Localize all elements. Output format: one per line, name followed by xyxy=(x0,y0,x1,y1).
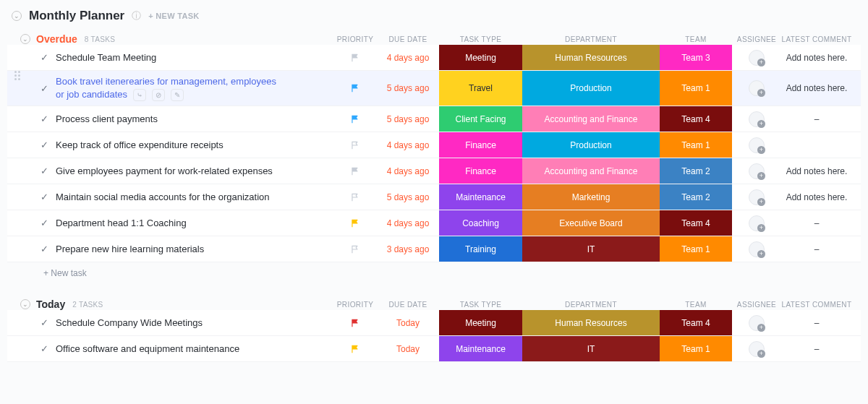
department-cell[interactable]: Executive Board xyxy=(522,210,660,236)
team-cell[interactable]: Team 1 xyxy=(660,71,732,106)
col-latest-comment[interactable]: LATEST COMMENT xyxy=(781,35,852,43)
department-cell[interactable]: IT xyxy=(522,336,660,361)
team-cell[interactable]: Team 2 xyxy=(660,184,732,210)
due-date-cell[interactable]: 4 days ago xyxy=(377,45,439,70)
collapse-page-icon[interactable]: ⌄ xyxy=(12,11,22,21)
team-cell[interactable]: Team 3 xyxy=(660,45,732,70)
task-row[interactable]: ✓ Book travel itenerearies for managemen… xyxy=(7,71,861,106)
task-row[interactable]: ✓ Maintain social media accounts for the… xyxy=(7,184,861,210)
latest-comment-cell[interactable]: Add notes here. xyxy=(781,45,852,70)
check-icon[interactable]: ✓ xyxy=(41,166,48,176)
task-type-cell[interactable]: Client Facing xyxy=(439,106,522,132)
task-type-cell[interactable]: Maintenance xyxy=(439,336,522,361)
assignee-avatar-icon[interactable] xyxy=(749,189,765,205)
assignee-cell[interactable] xyxy=(732,45,781,70)
tag-icon[interactable]: ⊘ xyxy=(152,89,165,102)
assignee-avatar-icon[interactable] xyxy=(749,137,765,153)
priority-cell[interactable] xyxy=(333,310,377,335)
col-team[interactable]: TEAM xyxy=(660,301,732,309)
col-task-type[interactable]: TASK TYPE xyxy=(439,301,522,309)
priority-cell[interactable] xyxy=(333,106,377,132)
check-icon[interactable]: ✓ xyxy=(41,244,48,254)
task-type-cell[interactable]: Finance xyxy=(439,158,522,184)
latest-comment-cell[interactable]: Add notes here. xyxy=(781,184,852,210)
team-cell[interactable]: Team 4 xyxy=(660,106,732,132)
new-task-button-top[interactable]: + NEW TASK xyxy=(148,12,199,20)
department-cell[interactable]: Human Resources xyxy=(522,45,660,70)
task-name[interactable]: Schedule Company Wide Meetings xyxy=(56,312,203,334)
subtask-icon[interactable]: ⤷ xyxy=(133,89,146,102)
priority-flag-icon[interactable] xyxy=(350,244,360,254)
task-type-cell[interactable]: Coaching xyxy=(439,210,522,236)
due-date-cell[interactable]: 4 days ago xyxy=(377,158,439,184)
priority-flag-icon[interactable] xyxy=(350,344,360,354)
new-task-row[interactable]: + New task xyxy=(7,262,861,284)
priority-cell[interactable] xyxy=(333,184,377,210)
assignee-avatar-icon[interactable] xyxy=(749,80,765,96)
latest-comment-cell[interactable] xyxy=(781,132,852,158)
due-date-cell[interactable]: 4 days ago xyxy=(377,132,439,158)
group-title[interactable]: Overdue xyxy=(36,33,77,45)
department-cell[interactable]: Accounting and Finance xyxy=(522,106,660,132)
col-department[interactable]: DEPARTMENT xyxy=(522,301,660,309)
assignee-cell[interactable] xyxy=(732,132,781,158)
priority-cell[interactable] xyxy=(333,236,377,262)
task-row[interactable]: ✓ Schedule Company Wide Meetings Today M… xyxy=(7,310,861,336)
due-date-cell[interactable]: Today xyxy=(377,336,439,361)
task-row[interactable]: ✓ Department head 1:1 Coaching 4 days ag… xyxy=(7,210,861,236)
collapse-group-icon[interactable]: ⌄ xyxy=(20,299,30,309)
check-icon[interactable]: ✓ xyxy=(41,113,48,124)
assignee-cell[interactable] xyxy=(732,184,781,210)
team-cell[interactable]: Team 1 xyxy=(660,336,732,361)
task-type-cell[interactable]: Meeting xyxy=(439,310,522,335)
assignee-avatar-icon[interactable] xyxy=(749,50,765,66)
check-icon[interactable]: ✓ xyxy=(41,218,48,228)
due-date-cell[interactable]: 5 days ago xyxy=(377,71,439,106)
team-cell[interactable]: Team 2 xyxy=(660,158,732,184)
info-icon[interactable]: ⓘ xyxy=(132,9,141,22)
priority-flag-icon[interactable] xyxy=(350,53,360,63)
priority-flag-icon[interactable] xyxy=(350,218,360,228)
priority-cell[interactable] xyxy=(333,158,377,184)
col-priority[interactable]: PRIORITY xyxy=(333,35,377,43)
collapse-group-icon[interactable]: ⌄ xyxy=(20,34,30,44)
department-cell[interactable]: Production xyxy=(522,71,660,106)
check-icon[interactable]: ✓ xyxy=(41,139,48,150)
task-type-cell[interactable]: Maintenance xyxy=(439,184,522,210)
task-type-cell[interactable]: Training xyxy=(439,236,522,262)
task-row[interactable]: ✓ Prepare new hire learning materials 3 … xyxy=(7,236,861,262)
task-type-cell[interactable]: Meeting xyxy=(439,45,522,70)
task-name[interactable]: Book travel itenerearies for management,… xyxy=(56,71,287,106)
assignee-avatar-icon[interactable] xyxy=(749,215,765,231)
priority-flag-icon[interactable] xyxy=(350,166,360,176)
assignee-avatar-icon[interactable] xyxy=(749,111,765,127)
check-icon[interactable]: ✓ xyxy=(41,343,48,354)
task-name[interactable]: Office software and equipment maintenanc… xyxy=(56,338,239,360)
priority-cell[interactable] xyxy=(333,45,377,70)
task-type-cell[interactable]: Travel xyxy=(439,71,522,106)
assignee-cell[interactable] xyxy=(732,310,781,335)
latest-comment-cell[interactable]: Add notes here. xyxy=(781,158,852,184)
priority-flag-icon[interactable] xyxy=(350,83,360,93)
task-row[interactable]: ✓ Give employees payment for work-relate… xyxy=(7,158,861,184)
priority-flag-icon[interactable] xyxy=(350,114,360,124)
priority-cell[interactable] xyxy=(333,336,377,361)
assignee-cell[interactable] xyxy=(732,71,781,106)
col-assignee[interactable]: ASSIGNEE xyxy=(732,301,781,309)
priority-cell[interactable] xyxy=(333,71,377,106)
priority-flag-icon[interactable] xyxy=(350,318,360,328)
task-name[interactable]: Process client payments xyxy=(56,108,158,130)
check-icon[interactable]: ✓ xyxy=(41,52,48,63)
latest-comment-cell[interactable]: – xyxy=(781,210,852,236)
col-due-date[interactable]: DUE DATE xyxy=(377,35,439,43)
task-name[interactable]: Keep track of office expenditure receipt… xyxy=(56,134,224,156)
col-latest-comment[interactable]: LATEST COMMENT xyxy=(781,301,852,309)
task-name[interactable]: Maintain social media accounts for the o… xyxy=(56,186,270,208)
check-icon[interactable]: ✓ xyxy=(41,83,48,94)
col-department[interactable]: DEPARTMENT xyxy=(522,35,660,43)
col-due-date[interactable]: DUE DATE xyxy=(377,301,439,309)
priority-cell[interactable] xyxy=(333,210,377,236)
assignee-cell[interactable] xyxy=(732,336,781,361)
department-cell[interactable]: Accounting and Finance xyxy=(522,158,660,184)
check-icon[interactable]: ✓ xyxy=(41,317,48,328)
